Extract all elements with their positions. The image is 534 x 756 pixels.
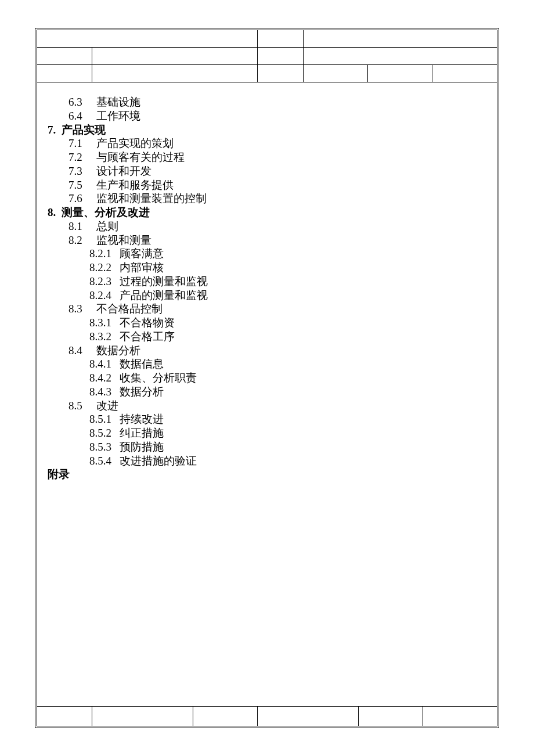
toc-entry-number: 8.4.3 (89, 386, 111, 398)
toc-entry-number: 7.5 (68, 179, 82, 191)
toc-entry-title: 不合格工序 (120, 330, 175, 343)
toc-entry: 7.6 监视和测量装置的控制 (48, 192, 486, 206)
toc-entry-title: 内部审核 (120, 261, 164, 273)
toc-entry-title: 测量、分析及改进 (62, 206, 150, 218)
toc-entry-number: 8.4 (68, 344, 82, 357)
header-cell (432, 65, 497, 82)
toc-entry-title: 纠正措施 (120, 427, 164, 439)
toc-entry-title: 工作环境 (96, 110, 140, 122)
toc-entry-title: 产品实现 (62, 124, 106, 136)
toc-entry-title: 不合格物资 (120, 316, 175, 329)
footer-cell (359, 707, 423, 726)
toc-entry-title: 监视和测量 (96, 234, 151, 246)
toc-entry-number: 8. (48, 206, 56, 218)
toc-entry-title: 监视和测量装置的控制 (96, 192, 207, 204)
toc-entry-title: 数据分析 (120, 386, 164, 398)
toc-entry-number: 6.4 (68, 110, 82, 122)
toc-entry-number: 8.5 (68, 399, 82, 412)
toc-entry-title: 与顾客有关的过程 (96, 151, 185, 163)
toc-entry-number: 8.5.2 (89, 427, 111, 439)
toc-entry-number: 7.2 (68, 151, 82, 163)
toc-entry-title: 产品实现的策划 (96, 137, 174, 149)
toc-entry-number: 8.3.2 (89, 330, 111, 343)
footer-cell (92, 707, 193, 726)
footer-cell (423, 707, 497, 726)
toc-entry: 8.5.4 改进措施的验证 (48, 454, 486, 468)
toc-entry-number: 7. (48, 124, 56, 136)
header-row-2 (37, 48, 497, 65)
toc-entry-number: 8.3 (68, 303, 82, 315)
toc-entry-number: 8.3.1 (89, 316, 111, 329)
header-cell (304, 30, 497, 47)
toc-entry: 6.3 基础设施 (48, 95, 486, 109)
toc-entry: 8.5.2 纠正措施 (48, 426, 486, 440)
toc-entry-title: 生产和服务提供 (96, 179, 174, 191)
toc-entry-title: 总则 (96, 220, 118, 232)
toc-entry-title: 过程的测量和监视 (120, 275, 208, 287)
toc-entry-number: 7.3 (68, 165, 82, 177)
toc-entry-title: 设计和开发 (96, 165, 151, 177)
toc-entry: 8.2.1 顾客满意 (48, 247, 486, 261)
toc-content: 6.3 基础设施6.4 工作环境7. 产品实现7.1 产品实现的策划7.2 与顾… (37, 82, 497, 706)
toc-entry-number: 8.2.2 (89, 261, 111, 273)
toc-entry-title: 不合格品控制 (96, 303, 163, 315)
toc-entry-title: 改进措施的验证 (120, 455, 197, 467)
toc-entry: 6.4 工作环境 (48, 109, 486, 123)
toc-entry-title: 预防措施 (120, 441, 164, 453)
toc-entry-title: 附录 (48, 468, 70, 480)
toc-entry-title: 收集、分析职责 (120, 372, 197, 384)
toc-entry-number: 8.2.1 (89, 247, 111, 260)
toc-entry: 附录 (48, 467, 486, 481)
toc-entry: 8.2.4 产品的测量和监视 (48, 289, 486, 303)
toc-entry: 7. 产品实现 (48, 123, 486, 137)
toc-entry-number: 8.5.4 (89, 455, 111, 467)
toc-entry: 8.4.2 收集、分析职责 (48, 371, 486, 385)
toc-entry-number: 8.5.3 (89, 441, 111, 453)
toc-entry-number: 8.1 (68, 220, 82, 232)
header-row-3 (37, 65, 497, 82)
toc-entry-title: 顾客满意 (120, 247, 164, 260)
toc-entry: 8.3 不合格品控制 (48, 302, 486, 316)
toc-entry: 8.3.1 不合格物资 (48, 316, 486, 330)
toc-entry-title: 改进 (96, 399, 118, 412)
toc-entry: 8.2.3 过程的测量和监视 (48, 275, 486, 289)
toc-entry: 8.5.3 预防措施 (48, 440, 486, 454)
header-cell (258, 48, 304, 64)
header-cell (304, 48, 497, 64)
toc-entry: 8. 测量、分析及改进 (48, 206, 486, 219)
toc-entry: 8.4.3 数据分析 (48, 385, 486, 399)
toc-entry-title: 基础设施 (96, 96, 140, 108)
toc-entry: 8.2 监视和测量 (48, 233, 486, 247)
toc-entry: 8.4.1 数据信息 (48, 357, 486, 371)
toc-entry-number: 8.2.3 (89, 275, 111, 287)
header-cell (37, 48, 92, 64)
toc-entry: 8.3.2 不合格工序 (48, 330, 486, 344)
header-cell (258, 65, 304, 82)
header-cell (92, 48, 258, 64)
footer-cell (193, 707, 258, 726)
header-cell (304, 65, 368, 82)
header-cell (368, 65, 432, 82)
header-cell (258, 30, 304, 47)
header-row-1 (37, 30, 497, 48)
toc-entry-number: 8.4.2 (89, 372, 111, 384)
toc-entry-number: 7.1 (68, 137, 82, 149)
toc-entry-number: 8.2.4 (89, 289, 111, 301)
toc-entry: 8.2.2 内部审核 (48, 261, 486, 275)
footer-row (37, 706, 497, 726)
toc-entry-number: 8.2 (68, 234, 82, 246)
toc-entry: 7.2 与顾客有关的过程 (48, 150, 486, 164)
toc-entry: 8.4 数据分析 (48, 344, 486, 358)
toc-entry-number: 7.6 (68, 192, 82, 204)
toc-entry-title: 持续改进 (120, 413, 164, 425)
toc-entry: 8.5 改进 (48, 399, 486, 413)
footer-cell (258, 707, 359, 726)
toc-entry: 7.5 生产和服务提供 (48, 178, 486, 192)
toc-entry: 7.1 产品实现的策划 (48, 136, 486, 150)
header-cell (37, 65, 92, 82)
toc-entry: 7.3 设计和开发 (48, 164, 486, 178)
page-frame: 6.3 基础设施6.4 工作环境7. 产品实现7.1 产品实现的策划7.2 与顾… (35, 28, 499, 728)
toc-entry: 8.5.1 持续改进 (48, 412, 486, 426)
footer-cell (37, 707, 92, 726)
toc-entry-title: 产品的测量和监视 (120, 289, 208, 301)
